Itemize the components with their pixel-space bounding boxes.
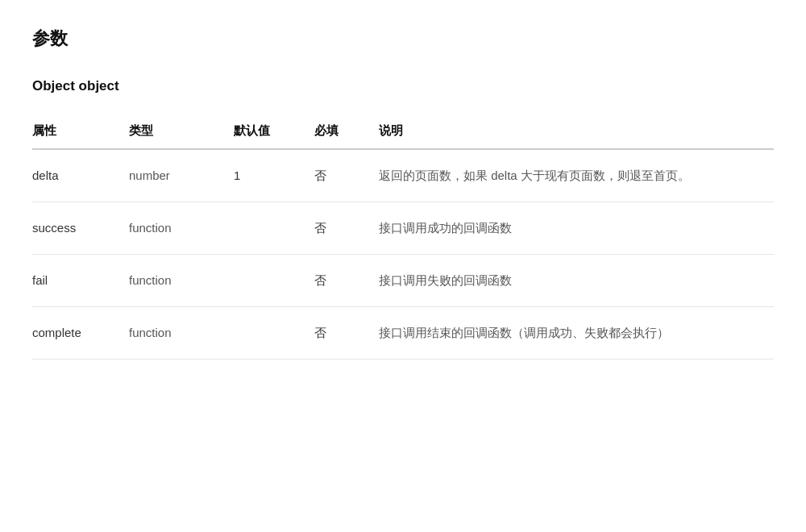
- params-table: 属性 类型 默认值 必填 说明 deltanumber1否返回的页面数，如果 d…: [32, 113, 774, 360]
- cell-attr: delta: [32, 149, 129, 202]
- cell-type: function: [129, 307, 234, 360]
- page-container: 参数 Object object 属性 类型 默认值 必填 说明 deltanu…: [0, 0, 806, 532]
- table-row: failfunction否接口调用失败的回调函数: [32, 255, 774, 307]
- cell-default: [234, 202, 314, 255]
- cell-desc: 接口调用结束的回调函数（调用成功、失败都会执行）: [379, 307, 774, 360]
- col-attr: 属性: [32, 113, 129, 149]
- cell-required: 否: [314, 149, 379, 202]
- table-row: deltanumber1否返回的页面数，如果 delta 大于现有页面数，则退至…: [32, 149, 774, 202]
- col-desc: 说明: [379, 113, 774, 149]
- cell-desc: 接口调用失败的回调函数: [379, 255, 774, 307]
- col-required: 必填: [314, 113, 379, 149]
- cell-required: 否: [314, 255, 379, 307]
- cell-default: [234, 307, 314, 360]
- cell-required: 否: [314, 202, 379, 255]
- cell-desc: 返回的页面数，如果 delta 大于现有页面数，则退至首页。: [379, 149, 774, 202]
- col-type: 类型: [129, 113, 234, 149]
- cell-desc: 接口调用成功的回调函数: [379, 202, 774, 255]
- section-title: Object object: [32, 75, 774, 97]
- cell-attr: complete: [32, 307, 129, 360]
- table-row: completefunction否接口调用结束的回调函数（调用成功、失败都会执行…: [32, 307, 774, 360]
- cell-required: 否: [314, 307, 379, 360]
- cell-default: [234, 255, 314, 307]
- col-default: 默认值: [234, 113, 314, 149]
- cell-attr: success: [32, 202, 129, 255]
- header-row: 属性 类型 默认值 必填 说明: [32, 113, 774, 149]
- table-row: successfunction否接口调用成功的回调函数: [32, 202, 774, 255]
- table-body: deltanumber1否返回的页面数，如果 delta 大于现有页面数，则退至…: [32, 149, 774, 360]
- cell-default: 1: [234, 149, 314, 202]
- table-header: 属性 类型 默认值 必填 说明: [32, 113, 774, 149]
- page-title: 参数: [32, 24, 774, 52]
- cell-type: number: [129, 149, 234, 202]
- cell-type: function: [129, 255, 234, 307]
- cell-type: function: [129, 202, 234, 255]
- cell-attr: fail: [32, 255, 129, 307]
